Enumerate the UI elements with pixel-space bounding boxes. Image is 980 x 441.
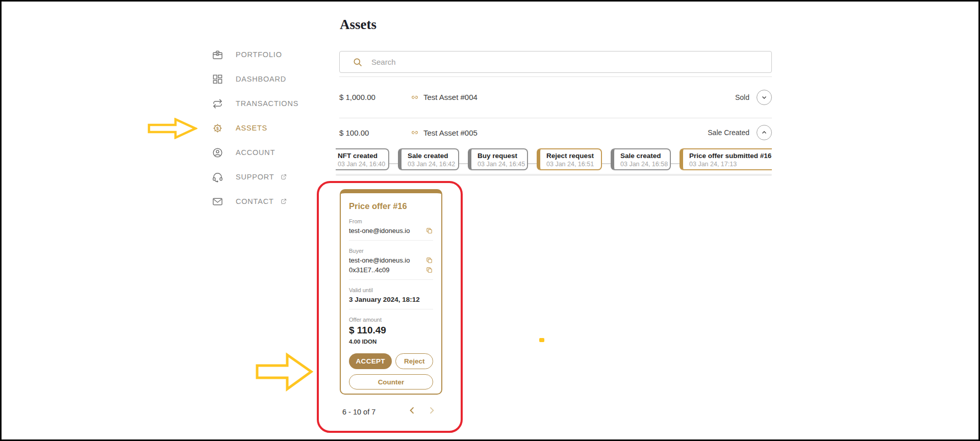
sidebar-item-label: PORTFOLIO <box>236 50 282 59</box>
sidebar-item-account[interactable]: ACCOUNT <box>212 140 334 165</box>
buyer-email: test-one@idoneus.io <box>349 256 410 264</box>
asset-price: $ 1,000.00 <box>339 93 411 101</box>
chip-title: Reject request <box>546 151 596 160</box>
chip-title: Sale created <box>620 151 665 160</box>
expand-button[interactable] <box>757 90 772 105</box>
offer-amount-label: Offer amount <box>349 317 433 323</box>
chip-title: NFT created <box>338 151 383 160</box>
sidebar-item-contact[interactable]: CONTACT <box>212 189 334 214</box>
yellow-dot-annotation <box>539 338 544 342</box>
collapse-button[interactable] <box>757 125 772 140</box>
app-window: PORTFOLIO DASHBOARD TRANSACTIONS $ ASSET… <box>0 0 980 441</box>
sidebar-item-dashboard[interactable]: DASHBOARD <box>212 67 334 91</box>
dashboard-grid-icon <box>212 73 223 85</box>
pagination-prev-button[interactable] <box>406 404 419 418</box>
asset-row-005[interactable]: $ 100.00 Test Asset #005 Sale Created <box>339 118 772 147</box>
valid-until-label: Valid until <box>349 287 433 293</box>
status-badge: Sale Created <box>708 128 749 137</box>
asset-price: $ 100.00 <box>339 128 411 137</box>
chevron-right-icon <box>426 405 437 416</box>
external-link-icon <box>280 173 287 180</box>
status-badge: Sold <box>735 93 749 101</box>
sidebar: PORTFOLIO DASHBOARD TRANSACTIONS $ ASSET… <box>212 42 334 214</box>
asset-name: Test Asset #004 <box>423 93 478 101</box>
valid-until-value: 3 January 2024, 18:12 <box>349 296 433 303</box>
divider <box>349 309 433 309</box>
sidebar-item-label: SUPPORT <box>236 173 274 181</box>
briefcase-icon <box>212 49 223 61</box>
search-box <box>339 51 772 73</box>
copy-icon[interactable] <box>425 266 433 274</box>
sidebar-item-label: ACCOUNT <box>236 148 275 157</box>
chip-date: 03 Jan 24, 16:45 <box>478 160 522 168</box>
chevron-left-icon <box>407 405 417 416</box>
page-title: Assets <box>340 17 376 33</box>
offer-card-title: Price offer #16 <box>349 201 433 211</box>
timeline-chip[interactable]: Sale created 03 Jan 24, 16:42 <box>398 148 459 170</box>
sidebar-item-label: DASHBOARD <box>236 75 286 83</box>
divider <box>349 240 433 241</box>
headset-icon <box>212 171 223 183</box>
chip-title: Sale created <box>408 151 453 160</box>
chain-link-icon <box>411 93 419 101</box>
gear-dollar-icon: $ <box>212 122 223 134</box>
search-input[interactable] <box>371 58 739 66</box>
sidebar-item-assets[interactable]: $ ASSETS <box>212 116 334 140</box>
timeline-chip[interactable]: Buy request 03 Jan 24, 16:45 <box>468 148 528 170</box>
timeline-chip[interactable]: Sale created 03 Jan 24, 16:58 <box>611 148 671 170</box>
buyer-label: Buyer <box>349 248 433 254</box>
reject-button[interactable]: Reject <box>395 353 433 369</box>
envelope-icon <box>212 196 223 207</box>
chip-date: 03 Jan 24, 16:51 <box>546 160 596 168</box>
sidebar-item-label: TRANSACTIONS <box>236 99 298 108</box>
chip-date: 03 Jan 24, 16:40 <box>338 160 383 168</box>
sidebar-item-label: CONTACT <box>236 197 274 205</box>
transfer-arrows-icon <box>212 98 223 110</box>
timeline-chip[interactable]: NFT created 03 Jan 24, 16:40 <box>336 148 389 170</box>
offer-amount-idon: 4.00 IDON <box>349 339 433 345</box>
chip-date: 03 Jan 24, 17:13 <box>689 160 772 168</box>
buyer-wallet-address: 0x31E7..4c09 <box>349 266 390 274</box>
timeline-chip-price-offer[interactable]: Price offer submitted #16 03 Jan 24, 17:… <box>680 148 772 170</box>
person-circle-icon <box>212 147 223 159</box>
from-label: From <box>349 218 433 224</box>
search-icon <box>353 57 363 67</box>
pagination-next-button[interactable] <box>425 404 438 418</box>
yellow-arrow-offer-card <box>256 352 314 392</box>
chevron-up-icon <box>761 129 768 136</box>
accept-button[interactable]: ACCEPT <box>349 353 392 369</box>
from-value: test-one@idoneus.io <box>349 227 410 235</box>
asset-name: Test Asset #005 <box>423 128 478 137</box>
event-timeline: NFT created 03 Jan 24, 16:40 Sale create… <box>336 148 772 173</box>
chevron-down-icon <box>761 94 768 101</box>
asset-link[interactable]: Test Asset #004 <box>411 93 478 101</box>
chip-title: Price offer submitted #16 <box>689 151 772 160</box>
asset-row-004[interactable]: $ 1,000.00 Test Asset #004 Sold <box>339 76 772 118</box>
asset-link[interactable]: Test Asset #005 <box>411 128 478 137</box>
chip-date: 03 Jan 24, 16:58 <box>620 160 665 168</box>
timeline-scrollbar[interactable] <box>336 174 772 176</box>
chip-title: Buy request <box>478 151 522 160</box>
svg-text:$: $ <box>216 125 219 131</box>
sidebar-item-portfolio[interactable]: PORTFOLIO <box>212 42 334 67</box>
sidebar-item-label: ASSETS <box>236 124 267 132</box>
offer-amount-usd: $ 110.49 <box>349 325 433 336</box>
yellow-arrow-assets <box>147 118 197 139</box>
counter-button[interactable]: Counter <box>349 374 433 390</box>
sidebar-item-transactions[interactable]: TRANSACTIONS <box>212 91 334 116</box>
copy-icon[interactable] <box>425 256 433 264</box>
divider <box>349 279 433 280</box>
copy-icon[interactable] <box>425 227 433 235</box>
pagination-range: 6 - 10 of 7 <box>342 408 375 416</box>
chain-link-icon <box>411 128 419 137</box>
sidebar-item-support[interactable]: SUPPORT <box>212 165 334 189</box>
external-link-icon <box>280 198 287 205</box>
price-offer-card: Price offer #16 From test-one@idoneus.io… <box>340 189 442 395</box>
timeline-chip[interactable]: Reject request 03 Jan 24, 16:51 <box>537 148 602 170</box>
chip-date: 03 Jan 24, 16:42 <box>408 160 453 168</box>
